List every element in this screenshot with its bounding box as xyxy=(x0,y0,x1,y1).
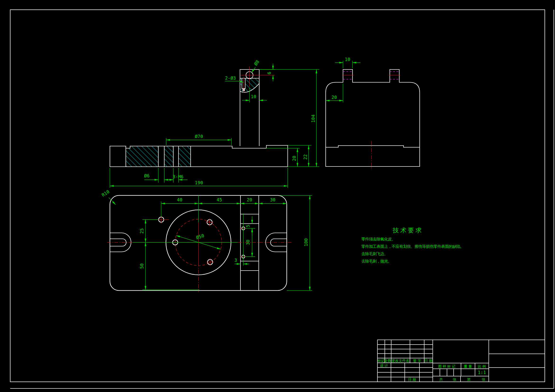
dim-label-25: 25 xyxy=(139,228,144,234)
dim-label-20p: 20 xyxy=(247,197,252,202)
sheet-no-suffix: 张 xyxy=(482,377,485,381)
dim-label-10: 10 xyxy=(251,94,256,99)
tech-requirement-line: 去除毛刺飞边。 xyxy=(361,252,388,256)
dim-label-corner-radius: R10 xyxy=(101,189,110,198)
technical-requirements: 技术要求 零件须去除氧化皮。 零件加工表面上，不应有划痕、擦伤等损伤零件表面的缺… xyxy=(361,227,464,264)
plan-dimensions: 40 45 20 30 25 50 Ø50 5 30 3 xyxy=(101,189,312,291)
dim-label-190: 190 xyxy=(195,180,203,185)
stamp-label: 图 样 标 记 xyxy=(438,364,456,368)
weight-label: 重 量 xyxy=(464,364,472,368)
rev-header-mark: 标记 xyxy=(377,359,385,363)
side-step-line xyxy=(326,146,420,147)
side-view: 10 20 xyxy=(326,57,420,170)
dim-label-30s: 30 xyxy=(245,240,250,245)
dim-label-tab-offset: 20 xyxy=(332,95,337,100)
rev-header-count: 处数 xyxy=(384,359,391,363)
side-body-outline xyxy=(326,70,420,147)
rev-header-date: 日 期 xyxy=(424,359,432,363)
dim-label-bolt-circle: Ø50 xyxy=(195,233,205,240)
tech-requirement-line: 去除毛刺，抛光。 xyxy=(361,259,392,264)
design-label: 设 计 xyxy=(380,363,388,367)
dim-label-hole-note: 2-Ø3 xyxy=(225,75,236,81)
dim-label-thread: 3-M6 xyxy=(173,174,183,179)
dim-label-20: 20 xyxy=(292,156,297,161)
dim-label-6: 6 xyxy=(267,72,272,74)
hatch-area xyxy=(126,146,158,167)
front-dimensions: Ø70 Ø6 3-M6 190 20 22 xyxy=(110,59,319,188)
tech-requirement-line: 零件加工表面上，不应有划痕、擦伤等损伤零件表面的缺陷。 xyxy=(361,244,464,249)
sheets-total-suffix: 张 xyxy=(453,377,456,381)
dim-label-100: 100 xyxy=(303,238,309,246)
dim-label-22: 22 xyxy=(303,154,308,160)
front-section-view: Ø70 Ø6 3-M6 190 20 22 xyxy=(110,59,319,188)
dim-label-top-hole: Ø8 xyxy=(253,59,260,66)
dim-label-3: 3 xyxy=(234,257,237,263)
sheet-no-prefix: 第 xyxy=(467,377,471,381)
rev-header-filename: 更改文件名 xyxy=(392,359,409,363)
plan-view: 40 45 20 30 25 50 Ø50 5 30 3 xyxy=(101,189,312,292)
dim-label-104: 104 xyxy=(311,114,316,123)
dim-label-hole-dia: Ø6 xyxy=(144,173,150,178)
scale-label: 比 例 xyxy=(478,364,486,368)
tech-requirements-title: 技术要求 xyxy=(393,227,423,234)
side-base-outline xyxy=(326,147,420,166)
sheets-total-prefix: 共 xyxy=(439,377,443,381)
dim-label-tab-width: 10 xyxy=(345,57,350,62)
dim-label-45: 45 xyxy=(217,197,222,202)
cad-drawing-sheet: Ø70 Ø6 3-M6 190 20 22 xyxy=(0,0,555,392)
date-label: 日 期 xyxy=(408,378,416,382)
dim-label-boss-dia: Ø70 xyxy=(195,134,203,139)
drawing-canvas[interactable]: Ø70 Ø6 3-M6 190 20 22 xyxy=(0,0,555,392)
title-block: 标记 处数 更改文件名 签 字 日 期 设 计 日 期 图 样 标 记 重 量 … xyxy=(377,340,545,382)
dim-label-5: 5 xyxy=(245,225,250,227)
dim-label-30p: 30 xyxy=(270,197,276,202)
sheet-border xyxy=(10,10,554,388)
dim-label-40: 40 xyxy=(177,197,183,202)
dim-label-50: 50 xyxy=(139,264,144,269)
rev-header-signature: 签 字 xyxy=(413,359,421,363)
tech-requirement-line: 零件须去除氧化皮。 xyxy=(361,237,395,242)
scale-value: 1:1 xyxy=(478,370,486,375)
